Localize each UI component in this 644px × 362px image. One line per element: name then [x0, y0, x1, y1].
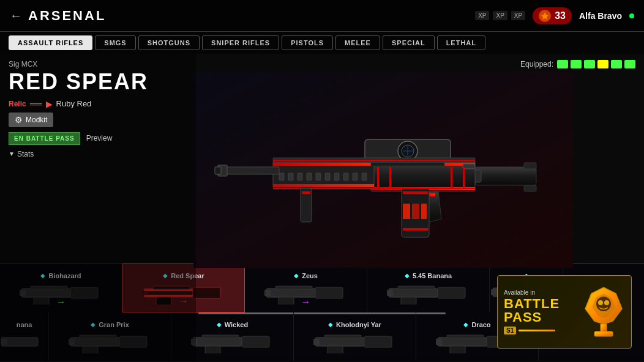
svg-rect-38: [421, 204, 427, 219]
relic-row: Relic ══ ▶ Ruby Red: [9, 99, 187, 109]
svg-rect-98: [313, 339, 320, 345]
preview-button[interactable]: Preview: [86, 134, 113, 142]
bp-title: BATTLE PASS: [504, 297, 576, 324]
svg-rect-24: [215, 167, 221, 174]
relic-arrows-icon: ══: [30, 99, 42, 109]
skin-label-wicked: Wicked: [225, 321, 248, 328]
xp-icon-3: XP: [511, 11, 525, 20]
tab-smgs[interactable]: SMGS: [95, 35, 135, 50]
diamond-icon-wicked: ◆: [217, 321, 222, 328]
stats-label: Stats: [17, 150, 34, 158]
rank-number: 33: [555, 10, 566, 21]
bp-line-decoration: [519, 330, 555, 331]
available-in-label: Available in: [504, 289, 576, 296]
xp-icon-2: XP: [493, 11, 507, 20]
svg-rect-13: [288, 173, 293, 180]
gun-svg-kholodnyi: [312, 330, 398, 353]
svg-rect-97: [328, 346, 343, 353]
svg-rect-54: [601, 324, 607, 331]
slot-6: [624, 60, 635, 68]
svg-rect-15: [307, 173, 312, 180]
svg-rect-101: [447, 335, 484, 338]
svg-rect-44: [302, 191, 310, 194]
diamond-icon-kholodnyi: ◆: [328, 321, 333, 328]
slot-3: [584, 60, 595, 68]
svg-rect-79: [387, 290, 393, 296]
modkit-button[interactable]: ⚙ Modkit: [9, 113, 53, 127]
category-bar: ASSAULT RIFLES SMGS SHOTGUNS SNIPER RIFL…: [0, 32, 644, 54]
svg-rect-36: [403, 204, 410, 219]
svg-rect-76: [438, 287, 465, 298]
svg-rect-91: [202, 335, 239, 338]
main-content: Equipped: Sig MCX RED SPEAR Relic ══ ▶ R…: [0, 54, 644, 361]
left-panel: Sig MCX RED SPEAR Relic ══ ▶ Ruby Red ⚙ …: [0, 54, 196, 361]
slot-1: [557, 60, 568, 68]
svg-rect-47: [451, 167, 452, 188]
battle-pass-label: EN BATTLE PASS: [14, 135, 75, 142]
rank-icon: [539, 10, 551, 22]
battle-pass-promo[interactable]: Available in BATTLE PASS S1: [497, 275, 632, 349]
skin-label-draco: Draco: [471, 321, 490, 328]
svg-rect-55: [594, 331, 613, 336]
svg-point-53: [604, 300, 609, 305]
username: Alfa Bravo: [579, 11, 622, 21]
weapon-name: RED SPEAR: [9, 70, 187, 94]
header-right: XP XP XP 33 Alfa Bravo: [475, 7, 634, 24]
svg-rect-94: [315, 338, 364, 346]
svg-rect-64: [193, 287, 220, 298]
bp-season: S1: [504, 327, 576, 334]
svg-rect-3: [524, 163, 536, 169]
weapon-image: [193, 72, 573, 268]
page-title: ARSENAL: [28, 8, 106, 24]
svg-rect-102: [450, 346, 465, 353]
svg-rect-74: [264, 290, 271, 296]
modkit-icon: ⚙: [15, 115, 23, 125]
stats-toggle[interactable]: ▼ Stats: [9, 150, 187, 158]
svg-rect-92: [205, 346, 220, 353]
svg-rect-89: [193, 338, 242, 346]
weapon-subtitle: Sig MCX: [9, 60, 187, 68]
tab-lethal[interactable]: LETHAL: [437, 35, 485, 50]
svg-rect-19: [343, 173, 348, 180]
tab-assault-rifles[interactable]: ASSAULT RIFLES: [9, 35, 92, 50]
arrow-icon-zeus: →: [301, 297, 311, 308]
relic-play-icon: ▶: [46, 99, 53, 109]
battle-pass-badge[interactable]: EN BATTLE PASS: [9, 132, 80, 145]
equipped-label: Equipped:: [520, 60, 553, 68]
modkit-label: Modkit: [26, 116, 47, 124]
svg-rect-45: [377, 167, 379, 188]
online-indicator: [629, 13, 634, 18]
slot-2: [571, 60, 582, 68]
xp-icon-1: XP: [475, 11, 489, 20]
diamond-icon-draco: ◆: [463, 321, 468, 328]
rank-badge: 33: [533, 7, 572, 24]
skin-label-kholodnyi: Kholodnyi Yar: [336, 321, 381, 328]
svg-rect-17: [325, 173, 330, 180]
svg-rect-78: [401, 297, 416, 305]
svg-rect-35: [403, 228, 428, 231]
tab-shotguns[interactable]: SHOTGUNS: [138, 35, 200, 50]
skin-item-kholodnyi[interactable]: ◆ Kholodnyi Yar: [294, 312, 416, 361]
bp-text: Available in BATTLE PASS S1: [504, 289, 576, 334]
svg-rect-96: [324, 335, 361, 338]
relic-label: Relic: [9, 100, 26, 108]
svg-rect-18: [334, 173, 339, 180]
back-button[interactable]: ← ARSENAL: [10, 8, 106, 24]
svg-rect-81: [491, 289, 497, 295]
equipped-slots: [557, 60, 635, 68]
svg-rect-10: [273, 163, 374, 166]
svg-rect-34: [403, 191, 428, 194]
svg-rect-99: [438, 338, 487, 346]
svg-rect-16: [316, 173, 321, 180]
svg-rect-90: [242, 336, 269, 347]
relic-value: Ruby Red: [56, 99, 92, 108]
svg-rect-14: [298, 173, 302, 180]
tab-melee[interactable]: MELEE: [335, 35, 380, 50]
tab-special[interactable]: SPECIAL: [383, 35, 435, 50]
svg-rect-75: [389, 289, 438, 297]
tab-pistols[interactable]: PISTOLS: [282, 35, 333, 50]
svg-rect-71: [315, 287, 343, 298]
tab-sniper-rifles[interactable]: SNIPER RIFLES: [202, 35, 279, 50]
bp-season-label: S1: [504, 327, 516, 334]
weapon-display: [122, 54, 644, 286]
